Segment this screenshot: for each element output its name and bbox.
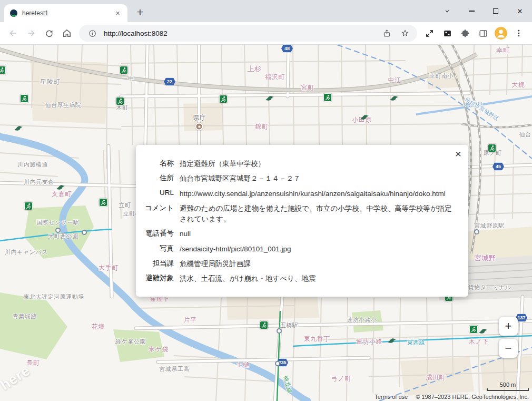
tab-search-icon[interactable]: [435, 0, 459, 22]
shelter-marker-icon[interactable]: [120, 66, 128, 74]
shelter-marker-icon[interactable]: [0, 66, 6, 74]
shelter-marker-icon[interactable]: [488, 144, 496, 152]
address-bar[interactable]: http://localhost:8082: [79, 25, 417, 42]
window-maximize-button[interactable]: [484, 0, 508, 22]
popup-row-value: 指定避難所（東華中学校）: [180, 159, 455, 169]
popup-row-label: 担当課: [143, 259, 174, 269]
map-attribution: Terms of use © 1987–2023 HERE, GeoTechno…: [375, 394, 529, 400]
terms-of-use-link[interactable]: Terms of use: [375, 394, 408, 400]
popup-row-value: http://www.city.sendai.jp/anzensuishin/k…: [180, 189, 455, 199]
scale-line: [487, 388, 529, 391]
popup-row: 電話番号null: [143, 227, 455, 241]
popup-row-label: 避難対象: [143, 273, 174, 284]
extension-capture-icon[interactable]: [438, 24, 456, 42]
popup-row: 写真/sendaicity-html/pict/80101_001.jpg: [143, 242, 455, 257]
popup-row-value: 避難のための広場と建物を備えた施設で、市立の小学校、中学校、高等学校等が指定され…: [180, 203, 455, 225]
zoom-in-button[interactable]: +: [499, 317, 518, 336]
shelter-marker-icon[interactable]: [323, 93, 332, 102]
reload-button[interactable]: [40, 24, 58, 42]
popup-row-value: null: [180, 229, 455, 239]
popup-row: 住所仙台市宮城野区宮城野２－１４－２７: [143, 171, 455, 186]
shelter-marker-icon[interactable]: [469, 325, 478, 334]
popup-row: URLhttp://www.city.sendai.jp/anzensuishi…: [143, 187, 455, 201]
shelter-marker-icon[interactable]: [20, 94, 28, 103]
home-button[interactable]: [58, 24, 76, 42]
bookmark-star-icon[interactable]: [398, 26, 412, 40]
shelter-info-popup: × 名称指定避難所（東華中学校）住所仙台市宮城野区宮城野２－１４－２７URLht…: [136, 145, 468, 297]
popup-row: 名称指定避難所（東華中学校）: [143, 157, 455, 171]
shelter-marker-icon[interactable]: [24, 202, 33, 210]
tab-favicon-icon: [9, 9, 18, 17]
forward-button[interactable]: [22, 24, 40, 42]
popup-row: 避難対象洪水、土石流、がけ崩れ・地すべり、地震: [143, 271, 455, 286]
extension-expand-icon[interactable]: [420, 24, 438, 42]
popup-row-label: 住所: [143, 173, 174, 184]
back-button[interactable]: [4, 24, 22, 42]
popup-rows: 名称指定避難所（東華中学校）住所仙台市宮城野区宮城野２－１４－２７URLhttp…: [143, 157, 455, 286]
shelter-marker-icon[interactable]: [116, 97, 124, 105]
popup-row: 担当課危機管理局防災計画課: [143, 257, 455, 271]
browser-toolbar: http://localhost:8082: [0, 22, 532, 45]
zoom-out-button[interactable]: −: [499, 339, 518, 358]
browser-tab[interactable]: heretest1 ×: [4, 4, 127, 22]
popup-row-label: 写真: [143, 244, 174, 255]
popup-row-label: 名称: [143, 159, 174, 169]
share-icon[interactable]: [380, 26, 393, 40]
tab-strip: heretest1 × + ✕: [0, 0, 532, 22]
extensions-puzzle-icon[interactable]: [456, 24, 474, 42]
site-info-icon[interactable]: [85, 26, 99, 40]
popup-row-value: 仙台市宮城野区宮城野２－１４－２７: [180, 173, 455, 184]
popup-close-button[interactable]: ×: [455, 148, 461, 159]
scale-bar: 500 m: [487, 382, 529, 391]
side-panel-icon[interactable]: [474, 24, 492, 42]
shelter-marker-icon[interactable]: [219, 95, 228, 103]
tab-title: heretest1: [22, 9, 109, 17]
zoom-control: + −: [499, 317, 518, 358]
url-text: http://localhost:8082: [104, 30, 375, 37]
popup-row-value: 危機管理局防災計画課: [180, 259, 455, 269]
shelter-marker-icon[interactable]: [99, 198, 107, 207]
window-minimize-button[interactable]: [459, 0, 484, 22]
window-close-button[interactable]: ✕: [508, 0, 532, 22]
popup-row: コメント避難のための広場と建物を備えた施設で、市立の小学校、中学校、高等学校等が…: [143, 201, 455, 227]
tab-close-button[interactable]: ×: [113, 9, 122, 18]
copyright-text: © 1987–2023 HERE, GeoTechnologies, Inc.: [416, 394, 529, 400]
profile-avatar[interactable]: [494, 26, 508, 40]
popup-row-label: URL: [143, 189, 174, 199]
popup-row-label: コメント: [143, 203, 174, 225]
new-tab-button[interactable]: +: [133, 5, 147, 19]
popup-row-value: 洪水、土石流、がけ崩れ・地すべり、地震: [180, 273, 455, 284]
popup-row-label: 電話番号: [143, 229, 174, 239]
shelter-marker-icon[interactable]: [260, 321, 268, 329]
menu-kebab-icon[interactable]: [510, 24, 528, 42]
map-container[interactable]: 星陵町一中仙台厚生病院木町上杉県庁錦町宮町福沢町中江梅田川幸町幸町南小大梶小田原…: [0, 45, 532, 401]
scale-label: 500 m: [487, 382, 529, 388]
popup-row-value: /sendaicity-html/pict/80101_001.jpg: [180, 244, 455, 255]
window-controls: ✕: [435, 0, 532, 22]
